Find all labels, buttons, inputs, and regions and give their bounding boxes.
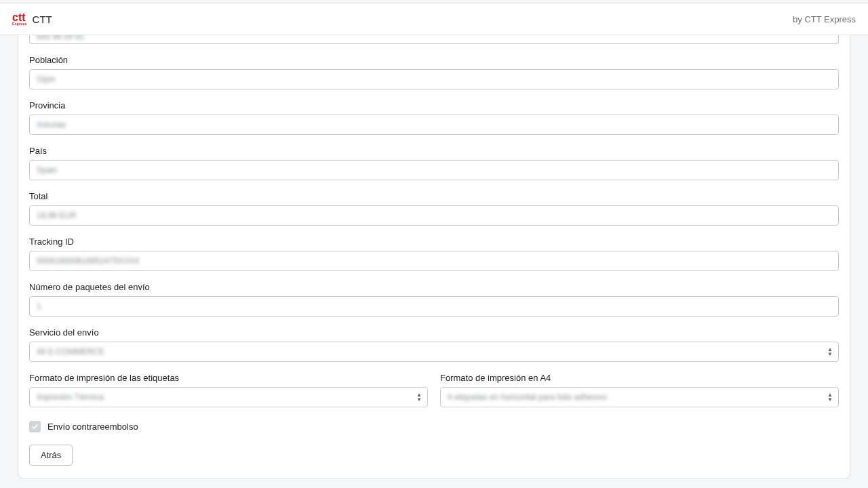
value-formato-a4: 4 etiquetas en horizontal para folio adh… [448, 392, 607, 402]
field-tracking: Tracking ID 000818000818952475XXX4 [29, 237, 839, 271]
check-icon [31, 423, 39, 430]
field-truncated: 645 46 09 91 [29, 35, 839, 44]
input-total[interactable]: 19,98 EUR [29, 205, 839, 226]
label-formato-etiquetas: Formato de impresión de las etiquetas [29, 373, 428, 383]
value-servicio: 48 E-COMMERCE [37, 347, 104, 357]
field-provincia: Provincia Asturias [29, 100, 839, 135]
checkbox-contrareembolso[interactable] [29, 421, 41, 432]
app-title: CTT [33, 14, 52, 25]
chevron-updown-icon: ▲▼ [827, 347, 833, 357]
input-tracking[interactable]: 000818000818952475XXX4 [29, 251, 839, 271]
label-servicio: Servicio del envío [29, 327, 839, 338]
select-formato-a4[interactable]: 4 etiquetas en horizontal para folio adh… [440, 387, 839, 407]
value-tracking: 000818000818952475XXX4 [37, 256, 139, 266]
form-card: 645 46 09 91 Población Gijón Provincia A… [18, 35, 850, 479]
input-truncated[interactable]: 645 46 09 91 [29, 35, 839, 44]
field-poblacion: Población Gijón [29, 55, 839, 89]
label-pais: País [29, 146, 839, 156]
select-formato-etiquetas[interactable]: Impresión Térmica ▲▼ [29, 387, 428, 407]
value-total: 19,98 EUR [37, 211, 77, 220]
chevron-updown-icon: ▲▼ [827, 392, 833, 402]
label-total: Total [29, 191, 839, 201]
label-tracking: Tracking ID [29, 237, 839, 247]
label-poblacion: Población [29, 55, 839, 65]
chevron-updown-icon: ▲▼ [416, 392, 422, 402]
label-paquetes: Número de paquetes del envío [29, 282, 839, 292]
label-formato-a4: Formato de impresión en A4 [440, 373, 839, 383]
input-paquetes[interactable]: 1 [29, 296, 839, 317]
field-paquetes: Número de paquetes del envío 1 [29, 282, 839, 317]
logo-icon: ctt Express [12, 12, 27, 26]
field-formato-a4: Formato de impresión en A4 4 etiquetas e… [440, 373, 839, 407]
field-total: Total 19,98 EUR [29, 191, 839, 226]
value-provincia: Asturias [37, 120, 66, 129]
content: 645 46 09 91 Población Gijón Provincia A… [0, 35, 868, 488]
field-servicio: Servicio del envío 48 E-COMMERCE ▲▼ [29, 327, 839, 362]
brand: ctt Express CTT [12, 12, 52, 26]
label-contrareembolso: Envío contrareembolso [47, 422, 138, 432]
field-formato-etiquetas: Formato de impresión de las etiquetas Im… [29, 373, 428, 407]
checkbox-row-contrareembolso: Envío contrareembolso [29, 421, 839, 432]
back-button[interactable]: Atrás [29, 445, 73, 466]
back-button-label: Atrás [41, 450, 61, 460]
top-bar: ctt Express CTT by CTT Express [0, 3, 868, 35]
byline: by CTT Express [793, 14, 856, 24]
input-provincia[interactable]: Asturias [29, 115, 839, 135]
value-pais: Spain [37, 165, 58, 175]
value-paquetes: 1 [37, 302, 41, 311]
input-pais[interactable]: Spain [29, 160, 839, 180]
label-provincia: Provincia [29, 100, 839, 110]
field-pais: País Spain [29, 146, 839, 180]
select-servicio[interactable]: 48 E-COMMERCE ▲▼ [29, 342, 839, 362]
value-poblacion: Gijón [37, 75, 56, 84]
logo-subtext: Express [12, 22, 27, 26]
value-formato-etiquetas: Impresión Térmica [37, 392, 104, 402]
input-poblacion[interactable]: Gijón [29, 69, 839, 89]
input-truncated-value: 645 46 09 91 [37, 35, 84, 41]
